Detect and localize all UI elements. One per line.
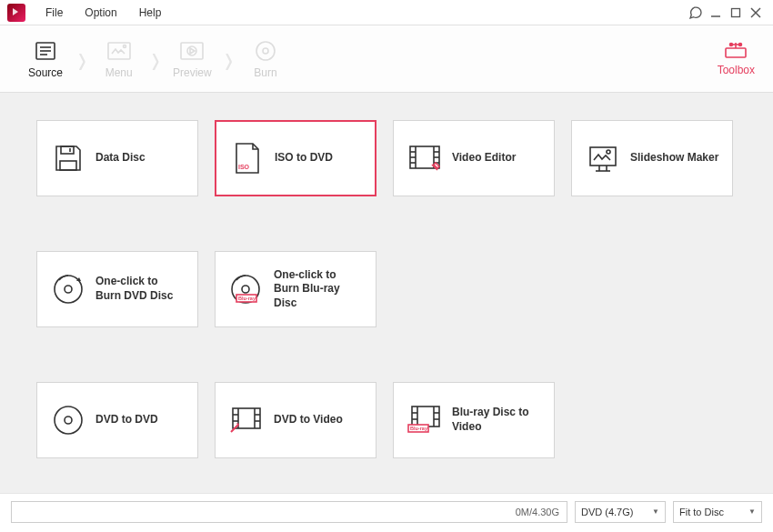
card-label: Slideshow Maker [630, 151, 718, 166]
card-dvd-to-dvd[interactable]: DVD to DVD [36, 382, 198, 458]
svg-point-12 [256, 42, 275, 60]
card-dvd-to-video[interactable]: DVD to Video [215, 382, 376, 458]
svg-point-44 [65, 417, 72, 424]
burn-step-icon [255, 39, 276, 63]
svg-point-9 [123, 45, 125, 47]
menu-file[interactable]: File [35, 6, 74, 19]
step-separator-icon: › [152, 34, 160, 85]
bluray-to-video-icon: Blu-ray [407, 402, 443, 438]
card-label: One-click to Burn Blu-ray Disc [274, 268, 363, 311]
dvd-disc-icon [50, 271, 86, 307]
fit-mode-value: Fit to Disc [679, 507, 724, 517]
card-bluray-to-video[interactable]: Blu-ray Blu-ray Disc to Video [393, 382, 555, 458]
disc-type-select[interactable]: DVD (4.7G) ▼ [575, 501, 666, 523]
card-label: One-click to Burn DVD Disc [95, 275, 185, 303]
card-one-click-dvd[interactable]: One-click to Burn DVD Disc [36, 251, 198, 327]
card-label: DVD to DVD [95, 413, 158, 427]
step-preview-label: Preview [173, 66, 212, 79]
chevron-down-icon: ▼ [748, 507, 756, 516]
svg-point-43 [55, 407, 82, 434]
titlebar: File Option Help [0, 0, 773, 25]
preview-step-icon [180, 39, 204, 63]
step-nav: Source › Menu › Preview › Burn Toolbox [0, 25, 773, 93]
card-label: Data Disc [95, 151, 146, 166]
toolbox-button[interactable]: Toolbox [718, 41, 764, 76]
step-burn[interactable]: Burn [229, 39, 302, 79]
iso-file-icon: ISO [229, 140, 266, 176]
disc-type-value: DVD (4.7G) [581, 507, 633, 517]
card-label: ISO to DVD [275, 151, 333, 166]
bluray-disc-icon: Blu-ray [228, 271, 265, 307]
card-label: Blu-ray Disc to Video [452, 406, 541, 434]
tools-grid: Data Disc ISO ISO to DVD Video Editor Sl… [0, 93, 773, 493]
minimize-button[interactable] [706, 3, 726, 23]
svg-point-17 [730, 44, 733, 46]
svg-point-33 [607, 150, 610, 154]
card-slideshow-maker[interactable]: Slideshow Maker [571, 120, 733, 196]
svg-text:Blu-ray: Blu-ray [410, 426, 428, 431]
step-separator-icon: › [225, 34, 233, 85]
close-button[interactable] [746, 3, 766, 23]
svg-rect-20 [60, 161, 76, 170]
menu-option[interactable]: Option [74, 6, 127, 19]
step-burn-label: Burn [254, 66, 276, 79]
svg-rect-52 [412, 407, 439, 427]
svg-point-13 [263, 48, 268, 54]
size-progress: 0M/4.30G [11, 501, 567, 523]
card-video-editor[interactable]: Video Editor [393, 120, 555, 196]
toolbox-label: Toolbox [718, 64, 755, 76]
card-iso-to-dvd[interactable]: ISO ISO to DVD [215, 120, 376, 196]
slideshow-icon [585, 140, 621, 176]
svg-point-40 [242, 286, 249, 293]
card-label: Video Editor [452, 151, 516, 166]
feedback-icon[interactable] [686, 3, 706, 23]
svg-rect-19 [61, 146, 74, 154]
svg-point-38 [65, 286, 72, 293]
step-source[interactable]: Source [9, 39, 82, 79]
card-label: DVD to Video [274, 413, 343, 427]
svg-rect-14 [726, 48, 746, 57]
step-preview[interactable]: Preview [156, 39, 228, 79]
maximize-button[interactable] [726, 3, 746, 23]
svg-text:Blu-ray: Blu-ray [238, 296, 256, 301]
svg-rect-32 [590, 147, 616, 166]
step-source-label: Source [28, 66, 63, 79]
menu-help[interactable]: Help [128, 6, 173, 19]
svg-point-18 [739, 44, 742, 46]
save-disc-icon [50, 140, 86, 176]
fit-mode-select[interactable]: Fit to Disc ▼ [673, 501, 762, 523]
disc-copy-icon [50, 402, 86, 438]
bottom-bar: 0M/4.30G DVD (4.7G) ▼ Fit to Disc ▼ [0, 493, 773, 529]
size-status-text: 0M/4.30G [516, 507, 559, 517]
video-editor-icon [407, 140, 443, 176]
menu-step-icon [107, 39, 131, 63]
chevron-down-icon: ▼ [652, 507, 659, 516]
toolbox-icon [724, 41, 748, 62]
svg-rect-1 [732, 8, 740, 16]
svg-text:ISO: ISO [238, 164, 250, 170]
step-menu[interactable]: Menu [83, 39, 156, 79]
step-menu-label: Menu [105, 66, 133, 79]
step-separator-icon: › [78, 34, 86, 85]
app-logo-icon [7, 4, 25, 22]
svg-rect-10 [181, 43, 203, 59]
source-step-icon [35, 39, 56, 63]
dvd-to-video-icon [228, 402, 265, 438]
card-one-click-bluray[interactable]: Blu-ray One-click to Burn Blu-ray Disc [215, 251, 376, 327]
card-data-disc[interactable]: Data Disc [36, 120, 198, 196]
